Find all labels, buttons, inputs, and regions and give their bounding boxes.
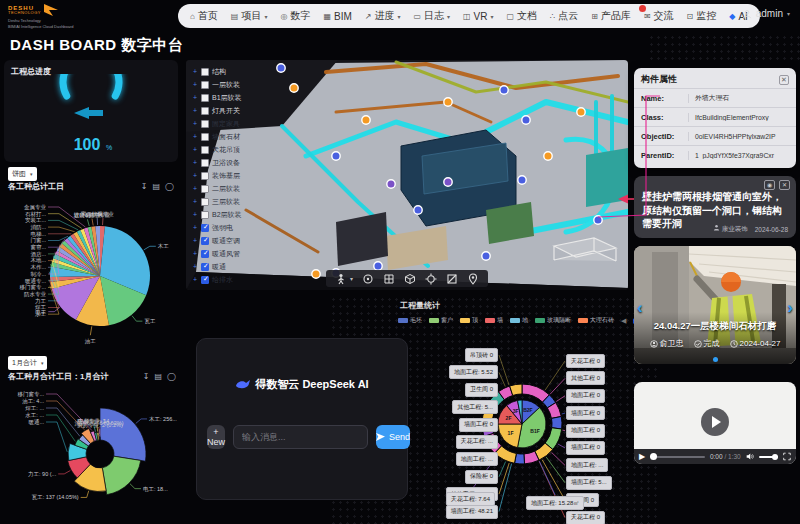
layer-checkbox[interactable] [201,224,209,232]
video-progress-bar[interactable] [650,456,705,458]
tree-item-固定家具[interactable]: +固定家具 [193,117,242,130]
model-marker[interactable] [374,262,382,270]
model-marker[interactable] [414,206,422,214]
expand-icon[interactable]: + [193,133,198,140]
layer-checkbox[interactable] [201,159,209,167]
layer-checkbox[interactable] [201,237,209,245]
cube-icon[interactable] [404,273,416,285]
export-icon[interactable]: ▤ [152,182,160,191]
expand-icon[interactable]: + [193,107,198,114]
model-marker[interactable] [312,270,320,278]
nav-item-交流[interactable]: ✉交流 [644,9,674,23]
pin-icon[interactable] [467,273,479,285]
ai-new-button[interactable]: + New [207,425,225,449]
model-marker[interactable] [522,116,530,124]
carousel-prev-icon[interactable]: ‹ [637,298,643,318]
model-marker[interactable] [544,152,552,160]
progress-photo-card[interactable]: 24.04.27一层楼梯间石材打磨 俞卫忠 完成 2024-04-27 ‹ › [634,246,796,364]
expand-icon[interactable]: + [193,224,198,231]
tree-item-结构[interactable]: +结构 [193,65,242,78]
close-icon[interactable]: ✕ [779,180,790,190]
expand-icon[interactable]: + [193,276,198,283]
bim-model-canvas[interactable] [186,60,628,290]
layer-checkbox[interactable] [201,185,209,193]
model-marker[interactable] [518,176,526,184]
layer-checkbox[interactable] [201,198,209,206]
user-menu[interactable]: admin ▾ [742,8,790,19]
model-marker[interactable] [362,116,370,124]
legend-item-毛坯[interactable]: 毛坯 [398,316,422,325]
layer-checkbox[interactable] [201,211,209,219]
expand-icon[interactable]: + [193,237,198,244]
layer-checkbox[interactable] [201,68,209,76]
tree-item-二层软装[interactable]: +二层软装 [193,182,242,195]
tree-item-暖通[interactable]: +暖通 [193,260,242,273]
download-icon[interactable]: ↧ [143,372,150,381]
layer-checkbox[interactable] [201,81,209,89]
close-icon[interactable]: ✕ [779,75,789,85]
tree-item-装饰基层[interactable]: +装饰基层 [193,169,242,182]
expand-icon[interactable]: + [193,94,198,101]
orbit-icon[interactable] [362,273,374,285]
legend-item-墙[interactable]: 墙 [485,316,503,325]
layer-checkbox[interactable] [201,94,209,102]
layer-checkbox[interactable] [201,276,209,284]
model-marker[interactable] [277,64,285,72]
quantity-donut-chart[interactable]: B2FB1F1F2F3F 吊顶砖 0地面工程: 5.52卫生间 0其他工程: 5… [410,336,646,522]
nav-item-数字[interactable]: ◎数字 [280,9,310,23]
export-icon[interactable]: ▤ [154,372,162,381]
legend-prev-icon[interactable]: ◀ [621,317,626,325]
expand-icon[interactable]: + [193,263,198,270]
pie-total-chart[interactable]: 保洁木工瓦工油工电工软硬包专业进口&窗帘专业家具软装专业金属专业石材打...安装… [0,194,182,350]
model-marker[interactable] [577,108,585,116]
eye-icon[interactable]: ◉ [764,180,775,190]
expand-icon[interactable]: + [193,120,198,127]
tree-item-暖通空调[interactable]: +暖通空调 [193,234,242,247]
model-marker[interactable] [444,178,452,186]
layer-checkbox[interactable] [201,107,209,115]
nav-item-进度[interactable]: ↗进度▾ [365,9,401,23]
tree-item-三层软装[interactable]: +三层软装 [193,195,242,208]
tree-item-暖通风管[interactable]: +暖通风管 [193,247,242,260]
model-marker[interactable] [594,216,602,224]
tree-item-卫浴设备[interactable]: +卫浴设备 [193,156,242,169]
model-marker[interactable] [500,86,508,94]
expand-icon[interactable]: + [193,159,198,166]
volume-icon[interactable] [746,452,754,461]
carousel-next-icon[interactable]: › [787,298,793,318]
nav-item-点云[interactable]: ∴点云 [550,9,578,23]
nav-item-项目[interactable]: ▤项目▾ [231,9,268,23]
download-icon[interactable]: ↧ [141,182,148,191]
legend-item-大理石砖[interactable]: 大理石砖 [578,316,614,325]
legend-item-地[interactable]: 地 [510,316,528,325]
nav-item-产品库[interactable]: ⊞产品库 [591,9,631,23]
volume-slider[interactable] [759,456,778,458]
expand-icon[interactable]: + [193,185,198,192]
refresh-icon[interactable]: ◯ [167,372,176,381]
layer-checkbox[interactable] [201,133,209,141]
model-marker[interactable] [290,84,298,92]
expand-icon[interactable]: + [193,172,198,179]
carousel-dot[interactable] [713,357,718,362]
walk-mode-icon[interactable] [335,273,347,285]
tree-item-强弱电[interactable]: +强弱电 [193,221,242,234]
pie-month-chart[interactable]: 木工: 256...电工: 18...瓦工: 137 (14.05%)力工: 9… [0,386,182,522]
play-button[interactable] [701,408,729,436]
chart-type-select[interactable]: 饼图▾ [8,167,37,181]
expand-icon[interactable]: + [193,146,198,153]
model-marker[interactable] [482,252,490,260]
nav-item-日志[interactable]: ▭日志▾ [413,9,450,23]
legend-item-玻璃隔断[interactable]: 玻璃隔断 [535,316,571,325]
tree-item-天花吊顶[interactable]: +天花吊顶 [193,143,242,156]
section-icon[interactable] [446,273,458,285]
layer-checkbox[interactable] [201,146,209,154]
tree-item-墙面石材[interactable]: +墙面石材 [193,130,242,143]
nav-item-首页[interactable]: ⌂首页 [190,9,218,23]
tree-item-B2层软装[interactable]: +B2层软装 [193,208,242,221]
ai-send-button[interactable]: Send [376,425,410,449]
nav-item-监控[interactable]: ⊡监控 [687,9,717,23]
layer-checkbox[interactable] [201,172,209,180]
video-player-card[interactable]: ▶ 0:00 / 1:30 [634,382,796,464]
expand-icon[interactable]: + [193,250,198,257]
expand-icon[interactable]: + [193,81,198,88]
